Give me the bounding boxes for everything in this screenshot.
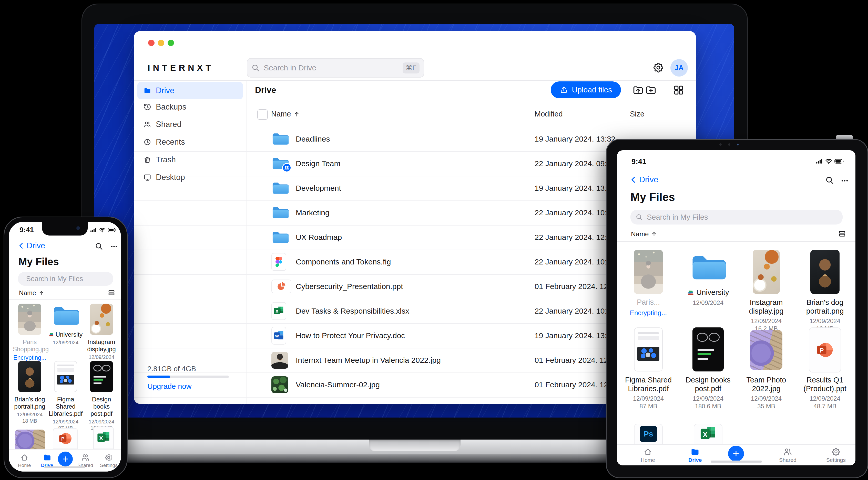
- file-name: Internxt Team Meetup in Valencia 2022.jp…: [296, 356, 441, 365]
- drive-search-input[interactable]: [263, 63, 403, 72]
- file-name: Design Team: [296, 159, 341, 168]
- list-view-icon[interactable]: [107, 289, 115, 297]
- nav-item-shared[interactable]: Shared: [779, 447, 797, 463]
- file-date: 12/09/2024: [800, 395, 850, 402]
- back-button[interactable]: Drive: [629, 175, 658, 184]
- nav-item-drive[interactable]: Drive: [41, 453, 53, 468]
- grid-item-university[interactable]: University 12/09/2024: [49, 297, 83, 346]
- file-date: 12/09/2024: [13, 412, 46, 417]
- nav-item-drive[interactable]: Drive: [688, 447, 702, 463]
- sidebar-item-drive[interactable]: Drive: [137, 82, 243, 99]
- grid-item-figma-pdf[interactable]: Figma Shared Libraries.pdf 12/09/2024 87…: [49, 361, 83, 431]
- phone-device: 9:41 Drive My Files Name Paris Shopping.…: [4, 216, 128, 478]
- grid-item-paris[interactable]: Paris... Encrypting...: [623, 242, 674, 317]
- file-name: Team Photo 2022.jpg: [741, 376, 792, 393]
- file-modified: 22 January 2024. 10:08: [535, 307, 615, 315]
- gear-icon: [104, 453, 113, 462]
- folder-icon: [271, 132, 289, 146]
- upload-folder-icon[interactable]: [632, 84, 644, 96]
- photoshop-card[interactable]: Ps: [634, 424, 663, 444]
- nav-item-home[interactable]: Home: [641, 447, 655, 463]
- file-modified: 19 January 2024. 13:25: [535, 331, 615, 340]
- minimize-button[interactable]: [158, 40, 164, 46]
- grid-item-dog[interactable]: Brian's dog portrait.png 12/09/2024 18 M…: [800, 242, 850, 332]
- file-name: University: [696, 288, 729, 297]
- file-name: Design books post.pdf: [683, 376, 733, 393]
- column-header-size[interactable]: Size: [630, 110, 644, 118]
- signal-icon: [816, 159, 823, 164]
- file-name: Brian's dog portrait.png: [800, 298, 850, 315]
- photo-thumbnail[interactable]: [15, 430, 45, 449]
- folder-icon: [43, 453, 52, 462]
- upload-files-button[interactable]: Upload files: [551, 81, 621, 98]
- grid-item-results[interactable]: Results Q1 (Product).ppt 12/09/2024 48.7…: [800, 328, 850, 410]
- grid-item-design-books[interactable]: Design books post.pdf 12/09/2024 180.6 M…: [683, 328, 733, 410]
- grid-item-figma-pdf[interactable]: Figma Shared Libraries.pdf 12/09/2024 87…: [623, 328, 674, 410]
- grid-item-paris[interactable]: Paris Shopping.jpg Encrypting...: [13, 297, 46, 361]
- select-all-checkbox[interactable]: [257, 109, 268, 120]
- new-folder-icon[interactable]: [645, 84, 657, 96]
- chevron-left-icon: [629, 176, 638, 184]
- sidebar-item-label: Backups: [156, 102, 186, 112]
- back-button[interactable]: Drive: [18, 241, 45, 250]
- home-indicator[interactable]: [711, 460, 762, 462]
- document-thumbnail: [692, 328, 724, 372]
- file-size: 87 MB: [623, 403, 674, 410]
- file-modified: 01 February 2024. 12:3: [535, 380, 615, 389]
- file-date: 12/09/2024: [741, 395, 792, 402]
- list-view-icon[interactable]: [838, 230, 846, 238]
- more-menu-icon[interactable]: [110, 243, 118, 250]
- file-modified: 22 January 2024. 09:29: [535, 159, 615, 168]
- camera-icon: [737, 144, 739, 145]
- search-icon[interactable]: [95, 242, 103, 250]
- column-header-name[interactable]: Name: [271, 110, 300, 118]
- close-button[interactable]: [148, 40, 155, 46]
- home-indicator[interactable]: [44, 467, 85, 468]
- grid-item-dog[interactable]: Brian's dog portrait.png 12/09/2024 18 M…: [13, 361, 46, 424]
- folder-icon: [690, 254, 726, 282]
- grid-item-instagram[interactable]: Instagram display.jpg 12/09/2024 16.2 MB: [85, 297, 118, 367]
- encrypting-status: Encrypting...: [623, 309, 674, 317]
- tablet-screen: 9:41 Drive My Files Name Paris... Encryp…: [617, 150, 856, 466]
- phone-screen: 9:41 Drive My Files Name Paris Shopping.…: [9, 222, 121, 472]
- column-header-modified[interactable]: Modified: [535, 110, 563, 118]
- search-icon[interactable]: [825, 176, 834, 184]
- file-size: 48.7 MB: [800, 403, 850, 410]
- add-button[interactable]: [728, 446, 744, 461]
- bottom-nav: Home Drive Shared Settings: [9, 449, 121, 472]
- wifi-icon: [825, 159, 832, 164]
- my-files-search-input[interactable]: [26, 275, 117, 283]
- file-date: 12/09/2024: [85, 354, 118, 360]
- excel-card[interactable]: [93, 426, 114, 449]
- excel-card[interactable]: [694, 424, 722, 444]
- search-field[interactable]: [18, 272, 113, 286]
- nav-item-shared[interactable]: Shared: [78, 453, 93, 468]
- grid-item-university[interactable]: University 12/09/2024: [683, 242, 733, 306]
- file-date: 12/09/2024: [49, 419, 83, 425]
- sort-control[interactable]: Name: [19, 289, 44, 297]
- powerpoint-card[interactable]: [53, 428, 78, 449]
- folder-icon: [690, 447, 700, 456]
- tablet-device: 9:41 Drive My Files Name Paris... Encryp…: [606, 139, 868, 478]
- grid-item-design-books[interactable]: Design books post.pdf 12/09/2024 180.6 M…: [85, 361, 118, 431]
- more-menu-icon[interactable]: [841, 177, 849, 185]
- search-field[interactable]: [630, 210, 843, 225]
- drive-search-bar[interactable]: ⌘F: [247, 58, 424, 77]
- grid-item-team-photo[interactable]: Team Photo 2022.jpg 12/09/2024 35 MB: [741, 328, 792, 410]
- sidebar-item-backups[interactable]: Backups: [137, 98, 243, 116]
- grid-view-icon[interactable]: [673, 84, 684, 96]
- zoom-button[interactable]: [167, 40, 174, 46]
- nav-item-settings[interactable]: Settings: [100, 453, 118, 468]
- nav-item-settings[interactable]: Settings: [826, 447, 846, 463]
- grid-item-instagram[interactable]: Instagram display.jpg 12/09/2024 16.2 MB: [741, 242, 792, 332]
- search-icon: [251, 64, 259, 72]
- add-button[interactable]: [58, 452, 73, 467]
- sort-control[interactable]: Name: [631, 230, 657, 238]
- camera-icon: [719, 143, 722, 146]
- avatar[interactable]: JA: [671, 59, 688, 76]
- nav-item-home[interactable]: Home: [18, 453, 31, 468]
- settings-gear-icon[interactable]: [652, 62, 664, 73]
- photo-thumbnail: [90, 304, 113, 335]
- my-files-search-input[interactable]: [646, 213, 837, 222]
- file-date: 12/09/2024: [85, 419, 118, 425]
